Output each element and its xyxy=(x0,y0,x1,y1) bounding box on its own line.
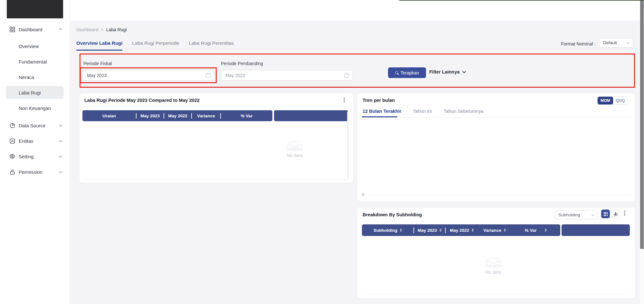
trend-tabs-divider xyxy=(357,117,635,118)
column-header-may-2022[interactable]: May 2022 xyxy=(446,224,478,236)
calendar-icon xyxy=(206,73,211,78)
sidebar-item-dashboard[interactable]: Dashboard xyxy=(0,23,70,36)
calendar-icon xyxy=(344,73,349,78)
table-view-button[interactable] xyxy=(601,210,610,218)
dashboard-icon xyxy=(9,26,15,32)
tab-laba-rugi-perentitas[interactable]: Laba Rugi Perentitas xyxy=(189,40,234,51)
more-options-icon[interactable] xyxy=(624,211,625,212)
periode-pembanding-input-box[interactable] xyxy=(221,70,353,81)
column-header-subholding[interactable]: Subholding xyxy=(362,224,413,236)
sidebar-item-non-keuangan[interactable]: Non Keuangan xyxy=(0,102,70,114)
sidebar-item-setting[interactable]: Setting xyxy=(0,150,70,163)
chevron-down-icon xyxy=(59,123,62,127)
sidebar-item-permission[interactable]: Permission xyxy=(0,165,70,178)
tab-laba-rugi-perperiode[interactable]: Laba Rugi Perperiode xyxy=(132,40,179,51)
sidebar-item-label: Data Source xyxy=(19,123,45,128)
column-separator xyxy=(164,113,164,119)
format-nominal-select[interactable]: Default xyxy=(599,38,633,47)
sidebar-item-entitas[interactable]: Entitas xyxy=(0,134,70,147)
sort-icon[interactable] xyxy=(504,229,506,232)
breakdown-table-header: Subholding May 2023 May 2022 Variance % … xyxy=(362,224,560,236)
trend-tab-12-bulan[interactable]: 12 Bulan Terakhir xyxy=(363,109,402,114)
column-header-pct-var[interactable]: % Var xyxy=(511,224,560,236)
breakdown-table-header-extra xyxy=(562,224,630,236)
table-grid-icon xyxy=(604,212,608,216)
column-header-may-2023[interactable]: May 2023 xyxy=(137,110,164,121)
format-nominal-label: Format Nominal : xyxy=(561,41,595,46)
column-separator xyxy=(413,228,414,233)
toggle-mom[interactable]: MOM xyxy=(598,97,613,104)
chevron-down-icon xyxy=(59,139,62,142)
bar-chart-icon xyxy=(614,212,618,216)
toggle-qoq[interactable]: QOQ xyxy=(613,97,628,104)
scrollbar-thumb[interactable] xyxy=(640,1,644,249)
sidebar-item-neraca[interactable]: Neraca xyxy=(0,71,70,83)
trend-tabs: 12 Bulan Terakhir Tahun Ini Tahun Sebelu… xyxy=(363,109,484,114)
gear-icon xyxy=(9,153,15,159)
sidebar-item-fundamental[interactable]: Fundamental xyxy=(0,55,70,68)
sort-icon[interactable] xyxy=(472,229,474,232)
trend-tab-tahun-ini[interactable]: Tahun Ini xyxy=(413,109,432,114)
window-scrollbar[interactable] xyxy=(640,0,644,304)
chevron-down-icon xyxy=(592,213,595,216)
search-icon xyxy=(395,71,398,74)
periode-fiskal-label: Periode Fiskal xyxy=(83,61,112,66)
card-divider xyxy=(80,107,353,107)
window-top-edge xyxy=(399,0,644,1)
column-header-may-2022[interactable]: May 2022 xyxy=(164,110,191,121)
breadcrumb-separator: > xyxy=(101,27,104,32)
terapkan-button[interactable]: Terapkan xyxy=(388,67,426,78)
breadcrumb: Dashboard > Laba Rugi xyxy=(76,27,127,32)
zero-gridline xyxy=(368,195,630,195)
chevron-up-icon xyxy=(59,28,62,32)
sidebar-item-data-source[interactable]: Data Source xyxy=(0,119,70,132)
column-header-uraian[interactable]: Uraian xyxy=(82,110,136,121)
topbar xyxy=(70,0,644,21)
empty-box-icon xyxy=(483,255,504,269)
column-separator xyxy=(191,113,192,119)
y-axis-zero-label: 0 xyxy=(362,192,364,197)
sidebar-item-overview[interactable]: Overview xyxy=(0,40,70,53)
unlock-icon xyxy=(9,169,15,175)
column-header-variance[interactable]: Variance xyxy=(478,224,511,236)
empty-text: No data xyxy=(275,153,314,158)
company-logo xyxy=(7,0,63,18)
sidebar: Dashboard Overview Fundamental Neraca La… xyxy=(0,0,70,304)
pl-table-header: Uraian May 2023 May 2022 Variance % Var xyxy=(82,110,272,121)
chart-view-button[interactable] xyxy=(611,210,620,218)
app-window: Dashboard Overview Fundamental Neraca La… xyxy=(0,0,644,304)
tabs-divider xyxy=(76,48,635,48)
empty-box-icon xyxy=(284,139,305,152)
sidebar-item-label: Overview xyxy=(19,44,39,49)
column-header-variance[interactable]: Variance xyxy=(192,110,220,121)
sidebar-item-laba-rugi[interactable]: Laba Rugi xyxy=(0,86,70,99)
periode-fiskal-input-box[interactable] xyxy=(82,70,214,81)
table-bottom-border xyxy=(365,294,628,294)
subholding-select[interactable]: Subholding xyxy=(554,210,598,219)
mom-qoq-toggle[interactable]: MOM QOQ xyxy=(597,96,628,105)
column-separator xyxy=(220,113,221,119)
chevron-down-icon xyxy=(59,154,62,158)
chevron-down-icon xyxy=(627,41,630,44)
trend-card: Tren per bulan MOM QOQ 12 Bulan Terakhir… xyxy=(357,93,635,201)
tab-overview-laba-rugi[interactable]: Overview Laba Rugi xyxy=(76,40,122,51)
filter-lainnya-button[interactable]: Filter Lainnya xyxy=(429,69,465,74)
sort-icon[interactable] xyxy=(400,229,402,232)
periode-fiskal-input[interactable] xyxy=(87,70,200,80)
pl-table-card: Laba Rugi Periode May 2023 Compared to M… xyxy=(80,93,353,183)
pl-empty-state: No data xyxy=(275,139,314,158)
trend-tab-tahun-sebelumnya[interactable]: Tahun Sebelumnya xyxy=(443,109,483,114)
column-header-pct-var[interactable]: % Var xyxy=(221,110,272,121)
table-scrollbar[interactable] xyxy=(347,112,349,178)
sort-icon[interactable] xyxy=(440,229,441,232)
periode-pembanding-input[interactable] xyxy=(225,70,338,80)
more-options-icon[interactable] xyxy=(344,97,345,99)
column-header-may-2023[interactable]: May 2023 xyxy=(414,224,445,236)
table-bottom-border xyxy=(82,179,348,180)
sidebar-item-label: Laba Rugi xyxy=(19,90,41,95)
sidebar-item-label: Neraca xyxy=(19,74,34,80)
sidebar-item-label: Setting xyxy=(19,154,34,159)
breadcrumb-dashboard[interactable]: Dashboard xyxy=(76,27,99,32)
filter-lainnya-label: Filter Lainnya xyxy=(429,69,459,74)
sort-icon[interactable] xyxy=(545,229,547,232)
